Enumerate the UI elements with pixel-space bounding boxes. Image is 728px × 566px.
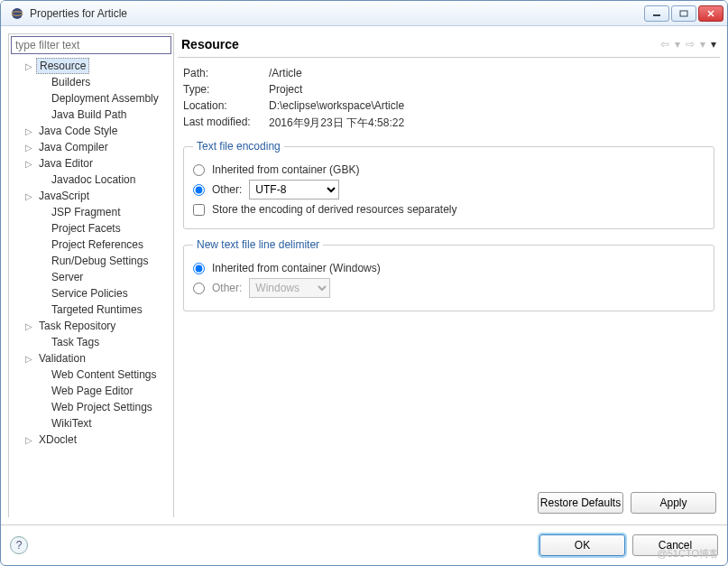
tree-item[interactable]: JSP Fragment: [13, 204, 173, 220]
back-icon[interactable]: ⇦: [660, 38, 669, 51]
tree-item[interactable]: WikiText: [13, 415, 173, 431]
dialog-footer: ? OK Cancel: [1, 524, 727, 565]
filter-input[interactable]: [11, 36, 171, 54]
tree-item-label: Project References: [49, 237, 146, 252]
back-menu-icon[interactable]: ▾: [675, 38, 680, 51]
apply-button[interactable]: Apply: [631, 492, 716, 514]
expand-icon[interactable]: ▷: [25, 159, 36, 169]
delimiter-legend: New text file line delimiter: [193, 238, 323, 251]
tree-item[interactable]: ▷Java Editor: [13, 155, 173, 172]
expand-icon[interactable]: ▷: [25, 143, 36, 153]
encoding-other-label[interactable]: Other:: [212, 183, 242, 196]
tree-item-label: Web Page Editor: [49, 384, 136, 398]
expand-icon[interactable]: ▷: [25, 321, 36, 331]
tree-item-label: Java Compiler: [36, 140, 111, 154]
encoding-other-radio[interactable]: [193, 184, 205, 196]
store-encoding-checkbox[interactable]: [193, 204, 205, 216]
window-title: Properties for Article: [30, 7, 644, 20]
ok-button[interactable]: OK: [539, 534, 625, 556]
tree-item[interactable]: ▷Resource: [13, 58, 173, 74]
tree-item-label: Task Tags: [49, 335, 102, 349]
tree-item[interactable]: ▷Validation: [13, 350, 173, 367]
tree-item-label: Web Project Settings: [49, 400, 155, 414]
nav-icons: ⇦ ▾ ⇨ ▾ ▾: [660, 38, 716, 51]
path-value: /Article: [269, 67, 302, 79]
store-encoding-label[interactable]: Store the encoding of derived resources …: [212, 203, 457, 216]
tree-item[interactable]: Project References: [13, 237, 173, 253]
tree-item[interactable]: Web Page Editor: [13, 383, 173, 399]
tree-item-label: Server: [49, 270, 86, 284]
modified-label: Last modified:: [183, 116, 269, 131]
delimiter-inherited-label[interactable]: Inherited from container (Windows): [212, 262, 381, 274]
category-tree[interactable]: ▷ResourceBuildersDeployment AssemblyJava…: [9, 56, 173, 517]
tree-item[interactable]: Deployment Assembly: [13, 90, 173, 107]
tree-item[interactable]: Builders: [13, 74, 173, 90]
encoding-inherited-label[interactable]: Inherited from container (GBK): [212, 163, 359, 176]
tree-item-label: Javadoc Location: [49, 172, 138, 187]
modified-value: 2016年9月23日 下午4:58:22: [269, 116, 404, 131]
tree-item-label: Task Repository: [36, 319, 118, 333]
tree-item[interactable]: Web Content Settings: [13, 367, 173, 383]
titlebar[interactable]: Properties for Article: [1, 1, 727, 26]
tree-item[interactable]: Server: [13, 269, 173, 285]
tree-item[interactable]: Java Build Path: [13, 107, 173, 123]
main-panel: Resource ⇦ ▾ ⇨ ▾ ▾ Path:/Article Type:Pr…: [178, 33, 720, 517]
properties-dialog: Properties for Article ▷ResourceBuilders…: [0, 0, 728, 566]
page-title: Resource: [181, 37, 660, 51]
tree-item[interactable]: ▷Task Repository: [13, 318, 173, 334]
tree-item-label: Web Content Settings: [49, 367, 160, 382]
tree-item-label: WikiText: [49, 416, 95, 431]
sidebar: ▷ResourceBuildersDeployment AssemblyJava…: [8, 33, 174, 517]
type-label: Type:: [183, 83, 269, 96]
tree-item[interactable]: ▷XDoclet: [13, 431, 173, 448]
delimiter-other-label[interactable]: Other:: [212, 282, 242, 294]
encoding-select[interactable]: UTF-8: [249, 180, 339, 199]
window-controls: [644, 5, 723, 22]
tree-item-label: Service Policies: [49, 286, 131, 301]
delimiter-inherited-radio[interactable]: [193, 263, 205, 274]
svg-rect-3: [680, 11, 687, 16]
tree-item[interactable]: Service Policies: [13, 285, 173, 302]
tree-item[interactable]: Web Project Settings: [13, 399, 173, 415]
forward-menu-icon[interactable]: ▾: [700, 38, 705, 51]
tree-item[interactable]: Targeted Runtimes: [13, 302, 173, 318]
tree-item-label: XDoclet: [36, 432, 79, 447]
tree-item-label: Deployment Assembly: [49, 91, 161, 106]
encoding-legend: Text file encoding: [193, 140, 284, 153]
type-value: Project: [269, 83, 302, 96]
minimize-button[interactable]: [644, 5, 669, 22]
forward-icon[interactable]: ⇨: [686, 38, 695, 51]
tree-item-label: Run/Debug Settings: [49, 254, 151, 268]
tree-item[interactable]: Javadoc Location: [13, 172, 173, 188]
restore-defaults-button[interactable]: Restore Defaults: [538, 492, 623, 514]
expand-icon[interactable]: ▷: [25, 354, 36, 364]
close-button[interactable]: [698, 5, 723, 22]
expand-icon[interactable]: ▷: [25, 61, 36, 71]
delimiter-select[interactable]: Windows: [249, 278, 330, 298]
tree-item-label: Java Code Style: [36, 124, 120, 138]
tree-item-label: JavaScript: [36, 189, 92, 203]
tree-item[interactable]: Run/Debug Settings: [13, 253, 173, 269]
tree-item-label: Project Facets: [49, 221, 124, 236]
expand-icon[interactable]: ▷: [25, 126, 36, 136]
tree-item-label: Targeted Runtimes: [49, 302, 145, 317]
location-label: Location:: [183, 99, 269, 112]
tree-item-label: Validation: [36, 351, 88, 366]
help-icon[interactable]: ?: [10, 536, 28, 554]
encoding-inherited-radio[interactable]: [193, 164, 205, 176]
tree-item-label: Builders: [49, 75, 93, 89]
delimiter-other-radio[interactable]: [193, 283, 205, 294]
watermark: @51CTO博客: [658, 547, 719, 561]
tree-item[interactable]: Project Facets: [13, 220, 173, 237]
tree-item[interactable]: ▷Java Code Style: [13, 123, 173, 139]
tree-item[interactable]: ▷JavaScript: [13, 188, 173, 204]
tree-item-label: Java Build Path: [49, 107, 129, 122]
tree-item[interactable]: ▷Java Compiler: [13, 139, 173, 155]
tree-item-label: Java Editor: [36, 156, 96, 171]
apply-bar: Restore Defaults Apply: [178, 485, 720, 517]
expand-icon[interactable]: ▷: [25, 191, 36, 201]
expand-icon[interactable]: ▷: [25, 435, 36, 445]
maximize-button[interactable]: [671, 5, 696, 22]
menu-icon[interactable]: ▾: [711, 38, 716, 51]
tree-item[interactable]: Task Tags: [13, 334, 173, 350]
